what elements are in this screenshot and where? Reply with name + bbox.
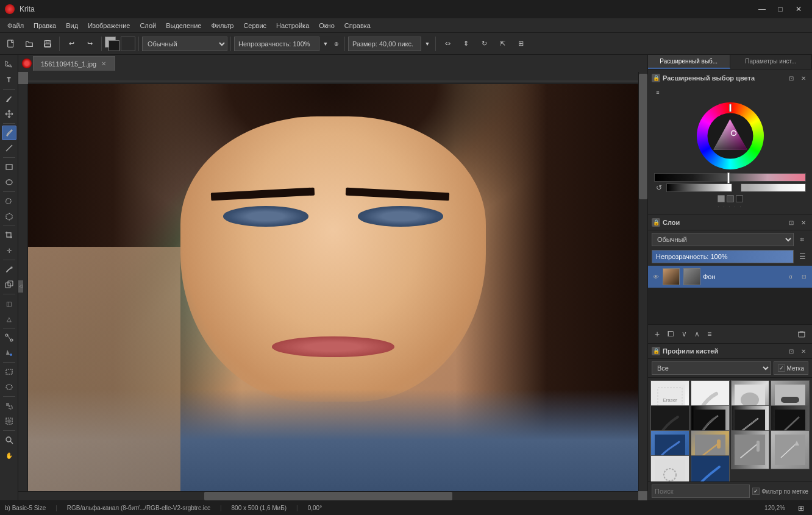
tab-advanced-color[interactable]: Расширенный выб...	[648, 55, 730, 69]
layers-menu-btn[interactable]: ☰	[796, 250, 808, 263]
move-tool[interactable]	[2, 107, 16, 121]
layers-detach-btn[interactable]: ⊡	[786, 218, 796, 227]
smudge-tool[interactable]	[2, 262, 16, 277]
maximize-button[interactable]: □	[772, 3, 789, 15]
opacity-action[interactable]: ⊕	[332, 35, 341, 52]
menu-view[interactable]: Вид	[61, 18, 83, 32]
brushes-category-select[interactable]: Все	[652, 361, 771, 375]
vertical-scrollbar[interactable]	[638, 72, 647, 491]
polygonal-select-tool[interactable]	[2, 209, 16, 224]
saturation-slider[interactable]	[741, 183, 807, 192]
rotate-button[interactable]: ↻	[475, 35, 493, 52]
layers-opacity-bar[interactable]: Непрозрачность: 100%	[652, 250, 794, 263]
layers-filter-btn[interactable]: ⧧	[796, 233, 808, 246]
new-document-button[interactable]	[2, 35, 20, 52]
minimize-button[interactable]: —	[753, 3, 771, 15]
move-layer-down-btn[interactable]: ∨	[678, 327, 690, 341]
hue-ring[interactable]	[697, 102, 764, 169]
fill-tool[interactable]	[2, 346, 16, 360]
brush-preset-13[interactable]	[650, 455, 689, 481]
transform2-tool[interactable]: ✛	[2, 243, 16, 258]
panel-expand-handle[interactable]: ◁	[18, 280, 23, 293]
crop-tool[interactable]	[2, 228, 16, 243]
menu-help[interactable]: Справка	[340, 18, 376, 32]
brush-preset-12[interactable]	[771, 430, 810, 469]
undo-button[interactable]: ↩	[63, 35, 80, 52]
foreground-color-swatch[interactable]	[105, 37, 119, 51]
color-wheel-wrapper[interactable]	[697, 102, 764, 169]
close-button[interactable]: ✕	[790, 3, 807, 15]
layer-visibility-toggle[interactable]: 👁	[652, 272, 660, 281]
save-file-button[interactable]	[39, 35, 56, 52]
brush-preset-11[interactable]	[731, 430, 770, 469]
color-select-tool[interactable]	[2, 414, 16, 428]
rect-select-tool[interactable]	[2, 364, 16, 379]
pan-tool[interactable]: ✋	[2, 448, 16, 463]
transform-tool[interactable]	[2, 57, 16, 72]
layer-item-fon[interactable]: 👁 Фон α ⊡	[648, 266, 812, 288]
menu-filter[interactable]: Фильтр	[206, 18, 238, 32]
expand-button[interactable]: ⇱	[494, 35, 511, 52]
color-options-btn[interactable]: ≡	[652, 87, 664, 99]
menu-select[interactable]: Выделение	[161, 18, 206, 32]
menu-file[interactable]: Файл	[2, 18, 29, 32]
eraser-tool[interactable]: ◫	[2, 296, 16, 311]
brush-preset-14[interactable]	[691, 455, 730, 481]
brushes-close-btn[interactable]: ✕	[799, 346, 808, 356]
menu-edit[interactable]: Правка	[29, 18, 61, 32]
color-mode-btn[interactable]	[121, 37, 135, 51]
freehand-select-tool[interactable]	[2, 194, 16, 208]
opacity-arrow-down[interactable]: ▼	[321, 35, 330, 52]
paint-brush-tool[interactable]	[2, 126, 16, 140]
zoom-tool[interactable]	[2, 433, 16, 447]
menu-layer[interactable]: Слой	[135, 18, 161, 32]
clone-tool[interactable]	[2, 277, 16, 292]
flip-v-button[interactable]: ⇕	[457, 35, 474, 52]
menu-tools[interactable]: Сервис	[238, 18, 271, 32]
sv-triangle[interactable]	[710, 116, 750, 156]
move-layer-up-btn[interactable]: ∧	[691, 327, 703, 341]
contiguous-select-tool[interactable]	[2, 399, 16, 413]
filter-tag-checkbox[interactable]: ✓	[752, 488, 760, 495]
menu-window[interactable]: Окно	[314, 18, 340, 32]
layer-alpha-lock[interactable]: α	[786, 272, 795, 281]
open-file-button[interactable]	[21, 35, 38, 52]
add-layer-btn[interactable]: +	[652, 327, 663, 341]
delete-layer-btn[interactable]	[795, 327, 808, 341]
status-grid-btn[interactable]: ⊞	[795, 502, 807, 514]
layer-properties-btn[interactable]: ≡	[704, 327, 714, 341]
layers-blend-mode-select[interactable]: Обычный	[652, 233, 794, 246]
brushes-detach-btn[interactable]: ⊡	[786, 346, 796, 356]
main-color-slider[interactable]	[654, 173, 806, 182]
canvas-tab-close[interactable]: ✕	[100, 60, 107, 68]
color-history-item[interactable]	[736, 195, 743, 202]
menu-image[interactable]: Изображение	[83, 18, 135, 32]
menu-settings[interactable]: Настройка	[271, 18, 314, 32]
color-panel-close[interactable]: ✕	[799, 73, 808, 83]
canvas-viewport[interactable]: ◁	[18, 72, 647, 500]
layer-extra-btn[interactable]: ⊡	[800, 272, 808, 281]
brushes-tag-btn[interactable]: ✓ Метка	[774, 361, 808, 375]
canvas-tab[interactable]: 1561109415_1.jpg ✕	[33, 56, 115, 71]
color-history-item[interactable]	[727, 195, 734, 202]
blend-mode-select[interactable]: Обычный	[142, 37, 227, 51]
brushes-search-input[interactable]	[652, 485, 750, 498]
layers-close-btn[interactable]: ✕	[799, 218, 808, 227]
rect-tool[interactable]	[2, 160, 16, 174]
measure-tool[interactable]: △	[2, 311, 16, 326]
color-reset-btn[interactable]: ↺	[654, 183, 664, 193]
flip-h-button[interactable]: ⇔	[439, 35, 456, 52]
size-arrow-down[interactable]: ▼	[422, 35, 432, 52]
extra-button[interactable]: ⊞	[512, 35, 529, 52]
ellipse-select-tool[interactable]	[2, 380, 16, 394]
ellipse-tool[interactable]	[2, 175, 16, 190]
color-panel-detach[interactable]: ⊡	[786, 73, 796, 83]
canvas-content[interactable]	[28, 84, 638, 491]
duplicate-layer-btn[interactable]: ⧠	[664, 327, 677, 341]
freehand-brush-tool[interactable]	[2, 91, 16, 106]
tab-tool-params[interactable]: Параметры инст...	[730, 55, 813, 69]
horizontal-scrollbar[interactable]	[18, 491, 638, 500]
color-history-item[interactable]	[718, 195, 725, 202]
path-tool[interactable]	[2, 330, 16, 345]
color-wheel-container[interactable]	[652, 102, 808, 169]
